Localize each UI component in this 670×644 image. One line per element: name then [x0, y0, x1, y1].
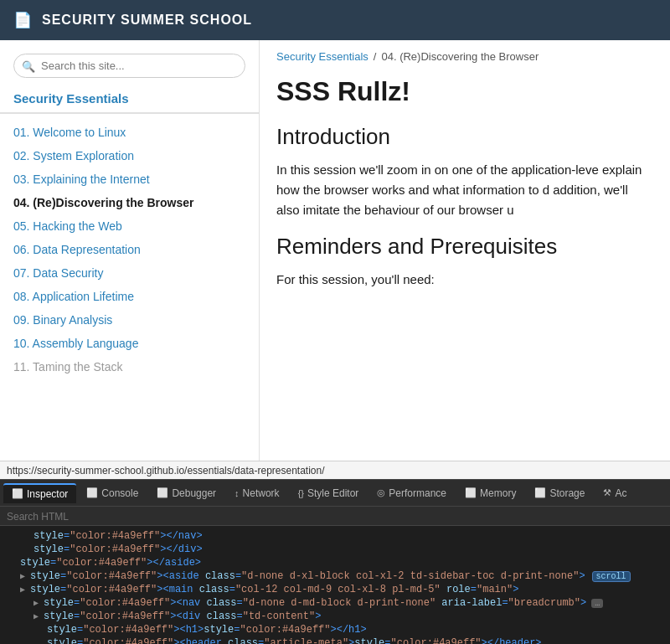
code-line-l6: ▶style="color:#4a9eff"><nav class="d-non… — [0, 596, 670, 610]
sidebar-section-title: Security Essentials — [0, 91, 259, 114]
sidebar: 🔍 Security Essentials 01. Welcome to Lin… — [0, 40, 260, 461]
sidebar-nav: 01. Welcome to Linux02. System Explorati… — [0, 121, 259, 379]
content-area: Security Essentials / 04. (Re)Discoverin… — [260, 40, 670, 461]
style-editor-tab-label: Style Editor — [307, 487, 358, 499]
accessibility-tab-icon: ⚒ — [603, 487, 611, 498]
breadcrumb: Security Essentials / 04. (Re)Discoverin… — [276, 50, 653, 63]
ellipsis-badge-l6: … — [591, 599, 603, 608]
sidebar-nav-item-9[interactable]: 09. Binary Analysis — [0, 308, 259, 332]
devtools-html-content: style="color:#4a9eff"></nav>style="color… — [0, 526, 670, 644]
breadcrumb-current: 04. (Re)Discovering the Browser — [381, 50, 539, 63]
style-editor-tab-icon: {} — [298, 488, 304, 498]
code-line-l9: style="color:#4a9eff"><header class="art… — [0, 636, 670, 644]
code-line-l1: style="color:#4a9eff"></nav> — [0, 529, 670, 543]
sidebar-nav-item-4[interactable]: 04. (Re)Discovering the Browser — [0, 191, 259, 214]
devtools-tab-accessibility[interactable]: ⚒Ac — [595, 484, 635, 502]
reminders-heading: Reminders and Prerequisites — [276, 234, 653, 260]
storage-tab-icon: ⬜ — [534, 487, 546, 498]
search-box: 🔍 — [13, 54, 245, 78]
code-line-l4: ▶style="color:#4a9eff"><aside class="d-n… — [0, 569, 670, 583]
devtools-tab-inspector[interactable]: ⬜Inspector — [3, 483, 76, 503]
toggle-l7[interactable]: ▶ — [34, 611, 39, 621]
debugger-tab-label: Debugger — [172, 487, 216, 499]
devtools-tab-storage[interactable]: ⬜Storage — [526, 484, 593, 502]
sidebar-nav-item-2[interactable]: 02. System Exploration — [0, 144, 259, 167]
status-bar: https://security-summer-school.github.io… — [0, 461, 670, 479]
memory-tab-label: Memory — [480, 487, 516, 499]
search-icon: 🔍 — [22, 59, 35, 72]
devtools-tab-performance[interactable]: ◎Performance — [368, 484, 455, 502]
toggle-l5[interactable]: ▶ — [20, 585, 25, 595]
devtools-tabs: ⬜Inspector⬜Console⬜Debugger↕Network{}Sty… — [0, 480, 670, 507]
sidebar-nav-item-5[interactable]: 05. Hacking the Web — [0, 214, 259, 238]
inspector-tab-icon: ⬜ — [12, 488, 23, 499]
toggle-l4[interactable]: ▶ — [20, 571, 25, 581]
code-line-l2: style="color:#4a9eff"></div> — [0, 543, 670, 556]
sidebar-nav-item-1[interactable]: 01. Welcome to Linux — [0, 121, 259, 144]
devtools-search-input[interactable] — [7, 511, 157, 523]
console-tab-icon: ⬜ — [86, 487, 98, 498]
site-title: SECURITY SUMMER SCHOOL — [42, 13, 252, 28]
accessibility-tab-label: Ac — [615, 487, 626, 499]
devtools-tab-debugger[interactable]: ⬜Debugger — [148, 484, 224, 502]
code-line-l5: ▶style="color:#4a9eff"><main class="col-… — [0, 583, 670, 596]
devtools-tab-style-editor[interactable]: {}Style Editor — [290, 484, 368, 502]
memory-tab-icon: ⬜ — [465, 487, 477, 498]
reminders-intro: For this session, you'll need: — [276, 270, 653, 290]
sidebar-nav-item-8[interactable]: 08. Application Lifetime — [0, 285, 259, 308]
performance-tab-label: Performance — [389, 487, 446, 499]
storage-tab-label: Storage — [549, 487, 585, 499]
inspector-tab-label: Inspector — [27, 488, 68, 500]
devtools-search-bar — [0, 507, 670, 526]
page-title: SSS Rullz! — [276, 76, 653, 107]
main-layout: 🔍 Security Essentials 01. Welcome to Lin… — [0, 40, 670, 461]
top-bar: 📄 SECURITY SUMMER SCHOOL — [0, 0, 670, 40]
devtools-panel: ⬜Inspector⬜Console⬜Debugger↕Network{}Sty… — [0, 479, 670, 644]
sidebar-nav-item-10[interactable]: 10. Assembly Language — [0, 332, 259, 355]
sidebar-nav-item-11[interactable]: 11. Taming the Stack — [0, 355, 259, 379]
code-line-l8: style="color:#4a9eff"><h1>style="color:#… — [0, 623, 670, 636]
toggle-l6[interactable]: ▶ — [34, 598, 39, 608]
devtools-tab-memory[interactable]: ⬜Memory — [456, 484, 524, 502]
devtools-tab-network[interactable]: ↕Network — [226, 484, 288, 502]
breadcrumb-parent[interactable]: Security Essentials — [276, 50, 368, 63]
sidebar-nav-item-3[interactable]: 03. Explaining the Internet — [0, 167, 259, 191]
debugger-tab-icon: ⬜ — [157, 487, 168, 498]
code-line-l3: style="color:#4a9eff"></aside> — [0, 556, 670, 569]
console-tab-label: Console — [101, 487, 138, 499]
sidebar-nav-item-6[interactable]: 06. Data Representation — [0, 238, 259, 261]
status-url: https://security-summer-school.github.io… — [7, 465, 325, 477]
performance-tab-icon: ◎ — [377, 487, 385, 498]
network-tab-icon: ↕ — [234, 488, 240, 498]
search-input[interactable] — [13, 54, 245, 78]
sidebar-nav-item-7[interactable]: 07. Data Security — [0, 261, 259, 285]
intro-heading: Introduction — [276, 124, 653, 150]
intro-text: In this session we'll zoom in on one of … — [276, 160, 653, 220]
site-icon: 📄 — [13, 11, 32, 29]
breadcrumb-separator: / — [374, 50, 377, 63]
network-tab-label: Network — [243, 487, 280, 499]
code-line-l7: ▶style="color:#4a9eff"><div class="td-co… — [0, 610, 670, 623]
scroll-badge-l4[interactable]: scroll — [592, 571, 631, 582]
devtools-tab-console[interactable]: ⬜Console — [78, 484, 147, 502]
